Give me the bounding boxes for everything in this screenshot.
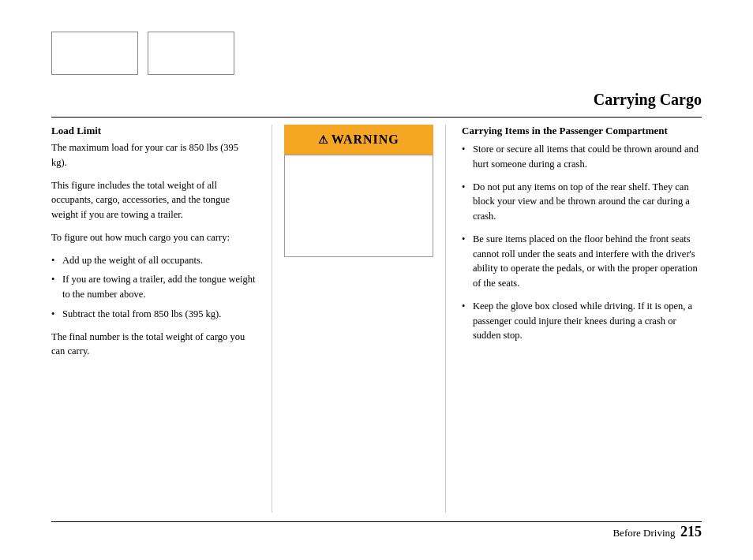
load-limit-title: Load Limit — [51, 125, 256, 137]
carrying-bullet-1: Store or secure all items that could be … — [462, 142, 702, 172]
main-content: Load Limit The maximum load for your car… — [51, 125, 702, 513]
left-column: Load Limit The maximum load for your car… — [51, 125, 272, 513]
middle-column: ⚠ WARNING — [272, 125, 446, 513]
bullet-2: If you are towing a trailer, add the ton… — [51, 272, 256, 302]
warning-box: ⚠ WARNING — [284, 125, 433, 155]
warning-label: WARNING — [332, 133, 399, 146]
warning-icon: ⚠ — [318, 134, 332, 146]
warning-image — [284, 155, 433, 257]
load-limit-para-2: This figure includes the total weight of… — [51, 178, 256, 222]
footer-page-number: 215 — [680, 524, 702, 539]
carrying-bullet-4: Keep the glove box closed while driving.… — [462, 299, 702, 343]
bottom-rule — [51, 521, 702, 522]
top-rule — [51, 117, 702, 118]
footer: Before Driving 215 — [613, 524, 702, 540]
load-limit-para-1: The maximum load for your car is 850 lbs… — [51, 140, 256, 170]
bullet-1: Add up the weight of all occupants. — [51, 253, 256, 268]
load-limit-para-3: To figure out how much cargo you can car… — [51, 230, 256, 245]
load-limit-final: The final number is the total weight of … — [51, 330, 256, 360]
load-limit-bullets: Add up the weight of all occupants. If y… — [51, 253, 256, 322]
right-column: Carrying Items in the Passenger Compartm… — [446, 125, 702, 513]
nav-thumb-2[interactable] — [148, 32, 234, 75]
bullet-3: Subtract the total from 850 lbs (395 kg)… — [51, 307, 256, 322]
nav-thumb-1[interactable] — [51, 32, 138, 75]
carrying-bullet-2: Do not put any items on top of the rear … — [462, 180, 702, 224]
carrying-items-title: Carrying Items in the Passenger Compartm… — [462, 125, 702, 137]
top-nav — [51, 32, 234, 75]
page-title: Carrying Cargo — [594, 91, 702, 109]
carrying-items-bullets: Store or secure all items that could be … — [462, 142, 702, 343]
page: Carrying Cargo Load Limit The maximum lo… — [0, 0, 753, 560]
carrying-bullet-3: Be sure items placed on the floor behind… — [462, 232, 702, 291]
footer-section: Before Driving — [613, 527, 675, 539]
